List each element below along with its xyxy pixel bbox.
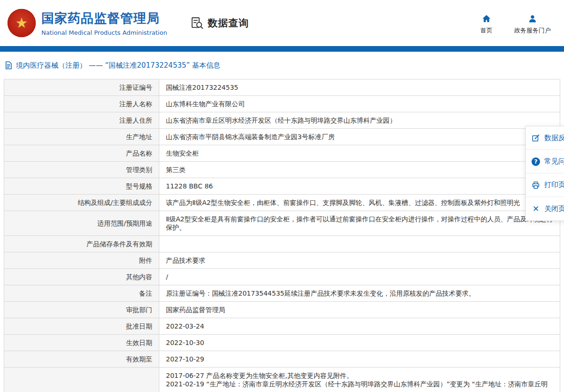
- row-value: 11228 BBC 86: [159, 178, 560, 195]
- breadcrumb-text: 境内医疗器械（注册） —— “国械注准20173224535” 基本信息: [16, 61, 220, 70]
- close-icon: ✕: [532, 204, 540, 213]
- table-row: 注册人名称 山东博科生物产业有限公司: [4, 96, 560, 112]
- row-value: 2027-10-29: [159, 351, 560, 368]
- national-emblem-icon: ★: [8, 9, 36, 37]
- data-query-section[interactable]: 数据查询: [190, 16, 249, 30]
- row-label: 型号规格: [4, 178, 159, 195]
- row-label: 审批部门: [4, 302, 159, 318]
- table-row: 生效日期 2022-10-30: [4, 335, 560, 351]
- row-label: 附件: [4, 252, 159, 269]
- row-label: 备注: [4, 285, 159, 302]
- row-value: 国家药品监督管理局: [159, 302, 560, 318]
- table-row: 产品储存条件及有效期: [4, 236, 560, 252]
- row-label: 生效日期: [4, 335, 159, 351]
- table-row: 注册证编号 国械注准20173224535: [4, 79, 560, 96]
- document-search-icon: [190, 16, 204, 30]
- nav-portal[interactable]: 政务服务门户: [514, 14, 551, 35]
- table-row: 适用范围/预期用途 Ⅱ级A2型安全柜是具有前窗操作口的安全柜，操作者可以通过前窗…: [4, 211, 560, 236]
- table-row: 管理类别 第三类: [4, 162, 560, 178]
- nav-portal-label: 政务服务门户: [514, 26, 551, 35]
- nav-home-label: 首页: [480, 26, 493, 35]
- row-value: 2022-03-24: [159, 318, 560, 335]
- row-value: 山东省济南市平阴县锦水高端装备制造产业园3号标准厂房: [159, 129, 560, 145]
- registration-info-table: 注册证编号 国械注准20173224535 注册人名称 山东博科生物产业有限公司…: [4, 79, 560, 392]
- row-value: 国械注准20173224535: [159, 79, 560, 96]
- row-value: /: [159, 269, 560, 285]
- row-label: 注册人住所: [4, 112, 159, 129]
- row-label: [4, 368, 159, 392]
- site-header: ★ 国家药品监督管理局 National Medical Products Ad…: [0, 0, 564, 46]
- table-row: 生产地址 山东省济南市平阴县锦水高端装备制造产业园3号标准厂房: [4, 129, 560, 145]
- row-value: 原注册证编号：国械注准20173544535延续注册产品技术要求未发生变化，沿用…: [159, 285, 560, 302]
- row-label: 产品储存条件及有效期: [4, 236, 159, 252]
- question-icon: ?: [532, 157, 540, 166]
- table-row: 备注 原注册证编号：国械注准20173544535延续注册产品技术要求未发生变化…: [4, 285, 560, 302]
- org-title: 国家药品监督管理局: [41, 10, 167, 27]
- row-label: 其他内容: [4, 269, 159, 285]
- nav-home[interactable]: 首页: [480, 14, 493, 35]
- row-value: 山东博科生物产业有限公司: [159, 96, 560, 112]
- row-value: 2017-06-27 产品名称变更为生物安全柜,其他变更内容见附件。 2021-…: [159, 368, 560, 392]
- menu-item-label: 数据反馈: [544, 133, 564, 142]
- table-row: 附件 产品技术要求: [4, 252, 560, 269]
- table-row: 其他内容 /: [4, 269, 560, 285]
- row-value: 产品技术要求: [159, 252, 560, 269]
- site-logo[interactable]: ★ 国家药品监督管理局 National Medical Products Ad…: [8, 9, 167, 37]
- menu-item-label: 常见问题: [544, 157, 564, 166]
- row-label: 结构及组成/主要组成成分: [4, 195, 159, 211]
- menu-item-close-page[interactable]: ✕ 关闭页面: [526, 197, 564, 220]
- row-label: 生产地址: [4, 129, 159, 145]
- row-label: 注册人名称: [4, 96, 159, 112]
- home-icon: [482, 14, 491, 24]
- table-row: 批准日期 2022-03-24: [4, 318, 560, 335]
- row-label: 适用范围/预期用途: [4, 211, 159, 236]
- document-icon: [5, 61, 12, 70]
- blue-divider-bar: [0, 46, 564, 52]
- table-row: 审批部门 国家药品监督管理局: [4, 302, 560, 318]
- row-value: 该产品为Ⅱ级A2型生物安全柜，由柜体、前窗操作口、支撑脚及脚轮、风机、集液槽、过…: [159, 195, 560, 211]
- menu-item-data-feedback[interactable]: 数据反馈: [526, 126, 564, 150]
- person-icon: [528, 14, 537, 24]
- table-row: 2017-06-27 产品名称变更为生物安全柜,其他变更内容见附件。 2021-…: [4, 368, 560, 392]
- row-label: 管理类别: [4, 162, 159, 178]
- header-nav: 首页 政务服务门户: [480, 11, 551, 35]
- menu-item-label: 关闭页面: [544, 204, 564, 213]
- table-row: 结构及组成/主要组成成分 该产品为Ⅱ级A2型生物安全柜，由柜体、前窗操作口、支撑…: [4, 195, 560, 211]
- breadcrumb: 境内医疗器械（注册） —— “国械注准20173224535” 基本信息: [0, 52, 564, 79]
- row-label: 批准日期: [4, 318, 159, 335]
- row-label: 有效期至: [4, 351, 159, 368]
- row-value: 2022-10-30: [159, 335, 560, 351]
- row-value: [159, 236, 560, 252]
- menu-item-faq[interactable]: ? 常见问题: [526, 150, 564, 173]
- table-row: 型号规格 11228 BBC 86: [4, 178, 560, 195]
- menu-item-label: 打印页面: [544, 180, 564, 189]
- menu-item-print-page[interactable]: 打印页面: [526, 173, 564, 197]
- table-row: 有效期至 2027-10-29: [4, 351, 560, 368]
- row-value: 生物安全柜: [159, 145, 560, 162]
- edit-icon: [532, 134, 540, 142]
- floating-action-menu: 数据反馈 ? 常见问题 打印页面 ✕ 关闭页面: [525, 126, 564, 221]
- row-value: 山东省济南市章丘区明水经济开发区（经十东路与明埠路交界山东博科产业园）: [159, 112, 560, 129]
- print-icon: [532, 181, 540, 189]
- org-subtitle: National Medical Products Administration: [41, 29, 167, 36]
- table-row: 注册人住所 山东省济南市章丘区明水经济开发区（经十东路与明埠路交界山东博科产业园…: [4, 112, 560, 129]
- table-row: 产品名称 生物安全柜: [4, 145, 560, 162]
- emblem-star-icon: ★: [16, 16, 28, 30]
- data-query-title: 数据查询: [208, 16, 249, 30]
- row-label: 注册证编号: [4, 79, 159, 96]
- row-label: 产品名称: [4, 145, 159, 162]
- row-value: Ⅱ级A2型安全柜是具有前窗操作口的安全柜，操作者可以通过前窗操作口在安全柜内进行…: [159, 211, 560, 236]
- row-value: 第三类: [159, 162, 560, 178]
